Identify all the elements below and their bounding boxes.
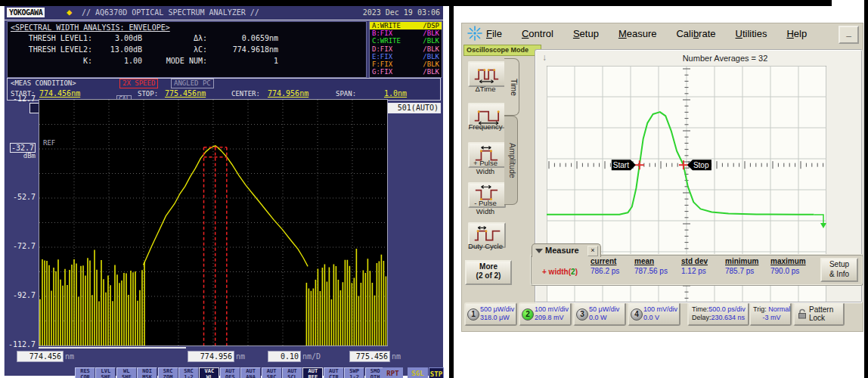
trace-name: A:WRITE [372,22,401,29]
trace-name: B:FIX [372,29,392,37]
menu-item-measure[interactable]: Measure [618,28,657,39]
channel-3-scale: 50 μW/div0.0 W [589,305,619,321]
yokogawa-diamond-icon: ◆ [67,8,72,17]
averages-label: Number Averages = [683,54,756,63]
channel-3-button[interactable]: 350 μW/div0.0 W [573,302,626,326]
minimize-button[interactable]: _ [839,26,859,44]
runkey-sgl[interactable]: SGL [408,367,428,378]
menu-item-utilities[interactable]: Utilities [736,28,767,39]
measure-col-value: 1.12 ps [681,267,724,275]
menu-item-calibrate[interactable]: Calibrate [676,28,715,39]
analysis-row: THRESH LEVEL2:13.00dBλC:774.9618nm [8,44,366,55]
trace-name: C:WRITE [372,37,401,45]
channel-2-number: 2 [522,308,534,321]
menu-item-file[interactable]: File [486,28,502,39]
trace-name: D:FIX [372,45,392,53]
x-axis-value: 0.10 [268,351,301,362]
measure-col-value: 787.56 ps [634,267,677,275]
softkey-src-zom[interactable]: SRCZOM [158,367,178,378]
softkey-aut-src[interactable]: AUTSRC [262,367,282,378]
trig-level: -3 mV [753,314,790,322]
trace-mode: /BLK [423,45,439,53]
osa-title: // AQ6370D OPTICAL SPECTRUM ANALYZER // [82,8,259,17]
measure-col-std-dev: std dev1.12 ps [681,257,724,275]
softkey-vac-wl[interactable]: VACWL [199,367,219,378]
softkey-line: SRC [262,374,281,378]
y-axis-label: -52.7 [5,193,36,201]
channel-4-scale: 100 mV/div0.0 V [643,305,677,321]
softkey-src-1-2[interactable]: SRC1-2 [178,367,199,378]
runkey-stp[interactable]: STP [429,367,444,378]
tab-time[interactable]: Time [504,58,519,116]
sidebar-label-pulse-width: + Pulse Width [462,160,509,175]
channel-2-button[interactable]: 2100 mV/div209.8 mV [519,302,572,326]
channel-scale-line: 100 mV/div [643,305,677,314]
softkey-aut-scl[interactable]: AUTSCL [282,367,302,378]
agilent-spark-logo [467,25,483,42]
sidebar-button-time[interactable]: .wf{stroke:#8b2525;fill:none;stroke-widt… [468,61,506,87]
analysis-field: λC: [142,44,207,55]
ref-level-text: REF [43,139,55,147]
delta-time-icon: .wf{stroke:#8b2525;fill:none;stroke-widt… [472,64,502,83]
softkey-line: ANA [241,374,260,378]
analysis-field: 0.0659nm [207,33,278,44]
measurement-name: + width(2) [542,268,578,276]
x-axis-label: 774.956nm [188,351,245,361]
measure-panel: + width(2) current786.2 psmean787.56 pss… [530,254,863,286]
channel-4-button[interactable]: 4100 mV/div0.0 V [628,302,680,326]
start-marker-label: Start [613,161,629,169]
measurement-suffix: ) [575,268,578,276]
measure-col-header: current [591,257,633,265]
softkey-res-cor[interactable]: RESCOR [75,367,95,378]
softkey-lvl-shf[interactable]: LVLSHF [95,367,116,378]
x-axis-unit: nm [65,352,74,361]
more-button[interactable]: More (2 of 2) [465,260,512,285]
softkey-swp-1-2[interactable]: SWP1-2 [344,367,364,378]
menu-item-help[interactable]: Help [786,28,807,39]
dropdown-triangle-icon [535,249,543,253]
analysis-field: 1.00 [92,55,142,67]
trace-row: D:FIX/BLK [370,45,442,53]
softkey-aut-ana[interactable]: AUTANA [240,367,261,378]
pattern-lock-button[interactable]: PatternLock [793,302,845,326]
softkey-line: AUT [303,368,322,374]
setup-info-button[interactable]: Setup & Info [820,258,858,282]
close-icon[interactable]: × [587,246,598,256]
yokogawa-logo: YOKOGAWA [7,8,45,17]
x-axis-unit: nm [392,352,401,361]
menu-item-setup[interactable]: Setup [573,28,599,39]
softkey-line: SMO [366,368,385,374]
channel-1-button[interactable]: 1500 μW/div318.0 μW [464,302,517,326]
softkey-line: RES [76,368,95,374]
softkey-aut-ofs[interactable]: AUTOFS [220,367,240,378]
softkey-noi-msk[interactable]: NOIMSK [137,367,157,378]
trig-line: Trig: Normal [753,305,790,314]
trace-mode: /DSP [423,22,439,29]
channel-offset-line: 0.0 V [643,314,677,322]
stop-marker-label: Stop [693,161,709,169]
tab-amplitude[interactable]: Amplitude [504,116,518,205]
trace-mode: /BLK [423,37,439,45]
trigger-button[interactable]: Trig: Normal-3 mV [749,302,792,326]
softkey-wl-shf[interactable]: WLSHF [116,367,137,378]
softkey-line: WL [117,368,136,374]
measure-tab[interactable]: Measure × [532,243,601,257]
analysis-field: Δλ: [142,33,207,44]
softkey-aut-ctr[interactable]: AUTCTR [324,367,344,378]
trace-row: E:FIX/BLK [370,53,442,60]
softkey-aut-ref[interactable]: AUTREF [302,367,323,378]
spectrum-trace-svg [39,100,387,345]
analysis-field: 1 [207,55,278,67]
x-axis-label: 774.456nm [17,351,74,361]
softkey-line: MSK [138,374,157,378]
softkey-line: CTR [324,374,343,378]
channel-3-number: 3 [576,308,588,321]
channel-offset-line: 0.0 W [589,314,619,322]
menu-item-control[interactable]: Control [522,28,553,39]
timebase-button[interactable]: Time:500.0 ps/divDelay:230.634 ns [687,302,749,326]
x-axis-value: 774.956 [188,351,234,362]
channel-scale-line: 500 μW/div [480,305,514,314]
runkey-rpt[interactable]: RPT [383,367,403,378]
analysis-field: THRESH LEVEL2: [8,44,92,55]
trace-name: G:FIX [372,68,392,76]
